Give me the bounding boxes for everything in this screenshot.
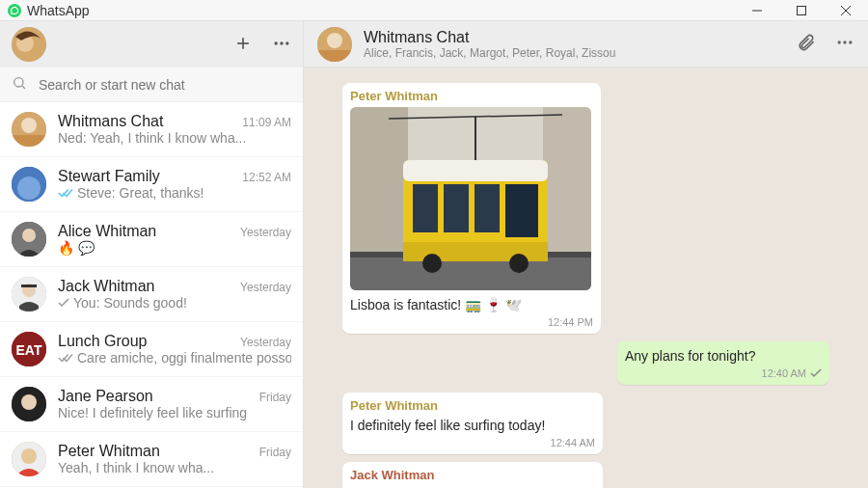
svg-point-10 <box>285 41 288 44</box>
svg-point-9 <box>280 41 283 44</box>
chat-name: Jane Pearson <box>58 388 153 405</box>
svg-rect-38 <box>350 257 591 290</box>
chat-time: Yesterday <box>240 281 291 294</box>
message-time: 12:40 AM <box>762 367 806 379</box>
chat-preview: Yeah, I think I know wha... <box>58 460 291 475</box>
maximize-button[interactable] <box>779 0 824 21</box>
svg-rect-1 <box>798 6 806 14</box>
titlebar: WhatsApp <box>0 0 868 21</box>
chat-preview: Ned: Yeah, I think I know wha... <box>58 130 291 146</box>
chat-name: Alice Whitman <box>58 223 156 240</box>
close-button[interactable] <box>824 0 868 21</box>
svg-rect-22 <box>21 285 37 287</box>
svg-point-26 <box>21 394 37 410</box>
svg-point-30 <box>327 33 342 48</box>
double-check-icon <box>58 352 73 364</box>
chat-preview: Care amiche, oggi finalmente posso <box>58 350 291 366</box>
attach-icon[interactable] <box>797 33 816 55</box>
message-time: 12:44 AM <box>551 437 595 448</box>
whatsapp-logo-icon <box>8 4 21 17</box>
svg-point-47 <box>422 254 442 273</box>
message-sender: Peter Whitman <box>350 398 595 413</box>
chat-name: Whitmans Chat <box>58 113 163 130</box>
chat-preview: You: Sounds good! <box>58 295 291 311</box>
chat-item-lunch[interactable]: EAT Lunch GroupYesterday Care amiche, og… <box>0 322 303 377</box>
new-chat-icon[interactable] <box>233 34 253 56</box>
chat-item-alice[interactable]: Alice WhitmanYesterday 🔥 💬 <box>0 212 303 267</box>
conversation-pane: Whitmans Chat Alice, Francis, Jack, Marg… <box>304 21 868 488</box>
svg-rect-41 <box>403 160 548 181</box>
svg-rect-43 <box>444 184 469 232</box>
search-icon <box>12 75 27 94</box>
svg-rect-45 <box>505 184 538 237</box>
avatar <box>12 112 46 147</box>
message-incoming[interactable]: Jack Whitman Tonight is the movie night!… <box>342 462 603 488</box>
my-avatar[interactable] <box>12 27 46 62</box>
message-text: Any plans for tonight? <box>625 347 822 366</box>
single-check-icon <box>810 368 822 378</box>
chat-item-stewart[interactable]: Stewart Family12:52 AM Steve: Great, tha… <box>0 157 303 212</box>
chat-avatar[interactable] <box>317 27 352 62</box>
double-check-icon <box>58 187 73 199</box>
chat-item-jane[interactable]: Jane PearsonFriday Nice! I definitely fe… <box>0 377 303 432</box>
message-text: Lisboa is fantastic! 🚃 🍷 🕊️ <box>350 296 593 314</box>
message-sender: Jack Whitman <box>350 468 595 482</box>
chat-item-whitmans[interactable]: Whitmans Chat11:09 AM Ned: Yeah, I think… <box>0 102 303 157</box>
message-sender: Peter Whitman <box>350 89 593 103</box>
message-outgoing[interactable]: Any plans for tonight? 12:40 AM <box>617 341 829 385</box>
menu-icon[interactable] <box>835 33 854 55</box>
chat-item-jack[interactable]: Jack WhitmanYesterday You: Sounds good! <box>0 267 303 322</box>
menu-icon[interactable] <box>272 34 291 56</box>
chat-name: Lunch Group <box>58 333 148 350</box>
svg-point-19 <box>22 229 36 242</box>
message-incoming[interactable]: Peter Whitman <box>342 83 601 334</box>
sidebar-header <box>0 21 303 68</box>
svg-rect-15 <box>12 135 46 147</box>
message-text: I definitely feel like surfing today! <box>350 417 595 435</box>
chat-time: 12:52 AM <box>242 171 291 184</box>
chat-members: Alice, Francis, Jack, Margot, Peter, Roy… <box>364 46 797 60</box>
svg-text:EAT: EAT <box>16 342 42 358</box>
avatar: EAT <box>12 332 46 366</box>
svg-rect-31 <box>317 50 352 62</box>
chat-item-peter[interactable]: Peter WhitmanFriday Yeah, I think I know… <box>0 432 303 487</box>
svg-point-33 <box>843 41 846 43</box>
avatar <box>12 387 46 421</box>
avatar <box>12 442 46 476</box>
chat-time: Friday <box>259 446 291 459</box>
chat-title: Whitmans Chat <box>364 29 797 46</box>
chat-time: 11:09 AM <box>242 116 291 129</box>
chat-name: Jack Whitman <box>58 278 154 295</box>
messages-area[interactable]: Peter Whitman <box>304 68 868 488</box>
avatar <box>12 167 46 202</box>
avatar <box>12 222 46 257</box>
chat-name: Peter Whitman <box>58 443 160 460</box>
svg-rect-44 <box>475 184 500 232</box>
chat-preview: Steve: Great, thanks! <box>58 185 291 201</box>
svg-rect-42 <box>413 184 438 232</box>
message-incoming[interactable]: Peter Whitman I definitely feel like sur… <box>342 393 603 454</box>
svg-point-8 <box>275 41 278 44</box>
chat-preview: 🔥 💬 <box>58 240 291 256</box>
svg-point-32 <box>838 41 841 43</box>
svg-point-17 <box>17 176 41 200</box>
chat-time: Friday <box>259 391 291 404</box>
svg-line-12 <box>22 86 25 89</box>
svg-point-11 <box>14 78 23 87</box>
chat-list[interactable]: Whitmans Chat11:09 AM Ned: Yeah, I think… <box>0 102 303 488</box>
image-attachment[interactable] <box>350 107 591 290</box>
svg-point-14 <box>21 118 37 133</box>
svg-point-28 <box>21 448 37 464</box>
window-title: WhatsApp <box>27 3 90 18</box>
svg-point-48 <box>509 254 529 273</box>
conversation-header[interactable]: Whitmans Chat Alice, Francis, Jack, Marg… <box>304 21 868 68</box>
search-bar[interactable] <box>0 68 303 102</box>
single-check-icon <box>58 297 69 309</box>
avatar <box>12 277 46 312</box>
chat-preview: Nice! I definitely feel like surfing <box>58 405 291 420</box>
sidebar: Whitmans Chat11:09 AM Ned: Yeah, I think… <box>0 21 304 488</box>
chat-time: Yesterday <box>240 226 291 239</box>
svg-point-34 <box>849 41 852 43</box>
search-input[interactable] <box>39 77 291 93</box>
minimize-button[interactable] <box>735 0 779 21</box>
